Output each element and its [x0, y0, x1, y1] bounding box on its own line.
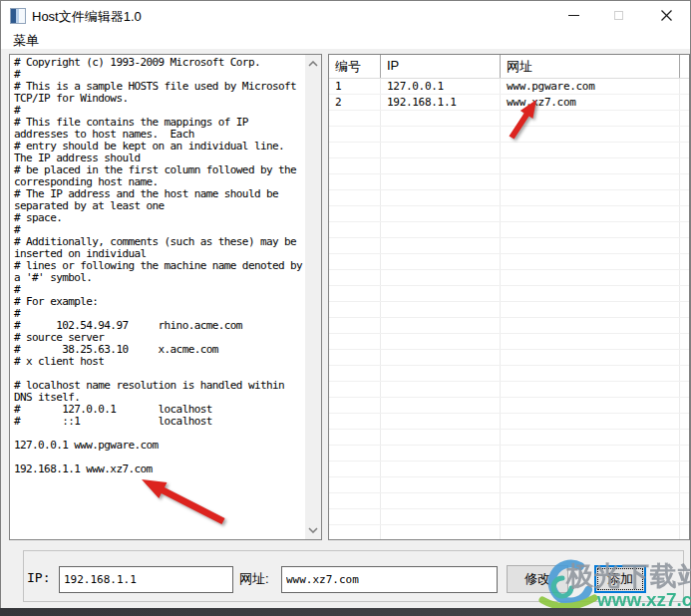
table-cell	[501, 509, 680, 524]
table-row[interactable]	[329, 509, 689, 525]
table-cell	[381, 190, 501, 205]
table-cell	[329, 127, 381, 142]
table-cell	[329, 190, 381, 205]
table-cell	[381, 462, 501, 476]
table-cell	[329, 525, 381, 540]
menu-item[interactable]: 菜单	[8, 31, 44, 51]
table-cell	[329, 318, 381, 333]
scroll-up-button[interactable]	[305, 56, 321, 72]
table-row[interactable]	[329, 477, 689, 493]
table-row[interactable]	[329, 446, 689, 462]
table-cell	[501, 446, 680, 461]
table-row[interactable]	[329, 174, 689, 190]
table-row[interactable]	[329, 430, 689, 446]
table-cell	[329, 509, 381, 524]
table-cell	[501, 430, 680, 445]
table-row[interactable]	[329, 270, 689, 286]
vertical-scrollbar[interactable]	[305, 55, 321, 539]
table-row[interactable]	[329, 111, 689, 127]
close-button[interactable]	[644, 1, 689, 30]
table-cell: 1	[329, 79, 381, 94]
title-bar: Host文件编辑器1.0	[1, 1, 690, 30]
minimize-button[interactable]	[551, 1, 596, 30]
table-row[interactable]	[329, 414, 689, 430]
table-row[interactable]	[329, 206, 689, 222]
table-cell	[381, 254, 501, 269]
hosts-textarea[interactable]: # Copyright (c) 1993-2009 Microsoft Corp…	[10, 55, 304, 539]
table-cell	[329, 111, 381, 126]
table-row[interactable]	[329, 382, 689, 398]
table-cell	[329, 254, 381, 269]
table-row[interactable]	[329, 462, 689, 477]
url-input[interactable]	[281, 566, 498, 593]
table-cell	[329, 206, 381, 221]
table-row[interactable]	[329, 525, 689, 540]
table-cell	[329, 270, 381, 285]
table-cell	[501, 206, 680, 221]
table-row[interactable]	[329, 493, 689, 509]
table-cell	[381, 509, 501, 524]
table-row[interactable]	[329, 286, 689, 302]
hosts-table: 编号 IP 网址 1127.0.0.1www.pgware.com2192.16…	[328, 54, 690, 540]
table-cell	[329, 286, 381, 301]
table-cell	[501, 302, 680, 317]
url-label: 网址:	[239, 570, 269, 588]
table-row[interactable]	[329, 350, 689, 366]
table-row[interactable]	[329, 158, 689, 174]
table-cell	[329, 430, 381, 445]
table-cell	[381, 127, 501, 142]
table-cell	[381, 525, 501, 540]
hosts-file-panel: # Copyright (c) 1993-2009 Microsoft Corp…	[9, 54, 322, 540]
table-cell	[381, 414, 501, 429]
table-cell	[329, 158, 381, 173]
table-cell	[381, 382, 501, 397]
table-cell	[381, 493, 501, 508]
table-cell	[501, 318, 680, 333]
app-window: Host文件编辑器1.0 菜单 # Copyright (c) 1993-200…	[0, 0, 691, 609]
table-cell	[381, 334, 501, 349]
table-cell	[381, 477, 501, 492]
table-cell	[329, 366, 381, 381]
table-cell	[501, 286, 680, 301]
menu-bar: 菜单	[1, 30, 690, 49]
taskbar-strip	[0, 608, 691, 616]
table-cell	[501, 270, 680, 285]
table-cell	[329, 143, 381, 157]
table-row[interactable]	[329, 127, 689, 143]
table-cell	[381, 174, 501, 189]
table-row[interactable]	[329, 398, 689, 414]
table-cell	[329, 462, 381, 476]
table-cell	[329, 414, 381, 429]
table-cell	[329, 398, 381, 413]
table-row[interactable]	[329, 254, 689, 270]
table-cell	[501, 462, 680, 476]
table-cell	[381, 206, 501, 221]
table-row[interactable]: 2192.168.1.1www.xz7.com	[329, 95, 689, 111]
table-row[interactable]	[329, 318, 689, 334]
ip-input[interactable]	[59, 566, 233, 593]
table-row[interactable]	[329, 366, 689, 382]
table-cell	[381, 158, 501, 173]
entry-form-group: IP: 网址: 修改 添加	[23, 550, 684, 602]
column-header-number[interactable]: 编号	[329, 55, 381, 78]
table-cell	[501, 222, 680, 237]
app-icon	[10, 8, 26, 24]
table-row[interactable]	[329, 143, 689, 158]
scroll-down-button[interactable]	[305, 522, 321, 538]
table-cell	[381, 398, 501, 413]
table-row[interactable]	[329, 190, 689, 206]
table-row[interactable]: 1127.0.0.1www.pgware.com	[329, 79, 689, 95]
table-row[interactable]	[329, 302, 689, 318]
table-cell: 2	[329, 95, 381, 110]
table-row[interactable]	[329, 334, 689, 350]
table-row[interactable]	[329, 238, 689, 254]
modify-button[interactable]: 修改	[507, 565, 568, 593]
column-header-url[interactable]: 网址	[501, 55, 680, 78]
column-header-ip[interactable]: IP	[381, 55, 501, 78]
table-cell	[329, 477, 381, 492]
table-cell	[381, 350, 501, 365]
add-button[interactable]: 添加	[594, 565, 646, 593]
table-cell	[501, 174, 680, 189]
table-row[interactable]	[329, 222, 689, 238]
table-cell	[329, 382, 381, 397]
